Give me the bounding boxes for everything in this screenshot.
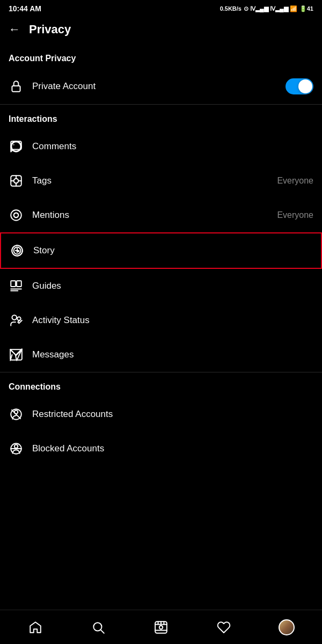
messages-icon [9, 347, 24, 362]
svg-point-32 [14, 444, 18, 448]
messages-label: Messages [32, 349, 313, 360]
network-speed: 0.5KB/s [220, 5, 241, 12]
section-connections-label: Connections [0, 372, 322, 397]
list-item-mentions[interactable]: Mentions Everyone [0, 198, 322, 232]
mention-icon [9, 208, 24, 223]
nav-home[interactable] [4, 610, 67, 644]
story-label: Story [33, 245, 312, 256]
svg-point-4 [14, 179, 19, 184]
back-button[interactable]: ← [9, 23, 20, 36]
svg-point-29 [14, 410, 18, 414]
status-time: 10:44 AM [9, 4, 41, 13]
battery: 🔋41 [299, 5, 313, 12]
restricted-icon [9, 407, 24, 422]
content-area: Account Privacy Private Account Interact… [0, 44, 322, 503]
status-right: 0.5KB/s ⊙ Ⅳ▂▄▆ Ⅳ▂▄▆ 📶 🔋41 [220, 5, 313, 12]
svg-rect-19 [17, 281, 21, 287]
svg-point-23 [17, 317, 20, 321]
mentions-label: Mentions [32, 210, 268, 221]
section-interactions-label: Interactions [0, 105, 322, 129]
svg-rect-18 [11, 281, 16, 287]
private-account-label: Private Account [32, 81, 277, 92]
svg-point-36 [159, 625, 163, 629]
nav-search[interactable] [67, 610, 130, 644]
list-item-private-account[interactable]: Private Account [0, 69, 322, 104]
signal-icons: ⊙ Ⅳ▂▄▆ Ⅳ▂▄▆ 📶 [244, 5, 297, 12]
nav-reels[interactable] [130, 610, 193, 644]
svg-rect-0 [12, 86, 20, 92]
list-item-blocked-accounts[interactable]: Blocked Accounts [0, 431, 322, 466]
activity-icon [9, 313, 24, 328]
header: ← Privacy [0, 15, 322, 44]
svg-line-34 [101, 630, 104, 633]
list-item-activity-status[interactable]: Activity Status [0, 303, 322, 338]
mentions-value: Everyone [277, 210, 313, 220]
guides-icon [9, 279, 24, 294]
toggle-knob [298, 79, 312, 93]
profile-avatar [279, 619, 295, 635]
blocked-accounts-label: Blocked Accounts [32, 443, 313, 454]
page-title: Privacy [29, 23, 71, 36]
svg-point-22 [12, 315, 17, 320]
story-icon [10, 243, 25, 258]
section-account-privacy-label: Account Privacy [0, 44, 322, 69]
guides-label: Guides [32, 281, 313, 291]
private-account-toggle[interactable] [286, 78, 313, 94]
list-item-guides[interactable]: Guides [0, 269, 322, 303]
toggle-switch[interactable] [286, 78, 313, 94]
list-item-restricted-accounts[interactable]: Restricted Accounts [0, 397, 322, 431]
home-icon [28, 620, 42, 634]
svg-marker-26 [16, 349, 22, 361]
status-bar: 10:44 AM 0.5KB/s ⊙ Ⅳ▂▄▆ Ⅳ▂▄▆ 📶 🔋41 [0, 0, 322, 15]
blocked-icon [9, 441, 24, 456]
reels-icon [154, 620, 168, 634]
list-item-tags[interactable]: Tags Everyone [0, 164, 322, 198]
list-item-messages[interactable]: Messages [0, 338, 322, 372]
search-icon [91, 620, 105, 634]
list-item-story[interactable]: Story [0, 232, 322, 269]
tags-label: Tags [32, 175, 268, 186]
tag-icon [9, 173, 24, 188]
svg-point-10 [11, 210, 21, 221]
bottom-nav [0, 610, 322, 644]
nav-likes[interactable] [192, 610, 255, 644]
comments-label: Comments [32, 141, 313, 152]
restricted-accounts-label: Restricted Accounts [32, 409, 313, 420]
lock-icon [9, 79, 24, 94]
heart-icon [217, 620, 231, 634]
tags-value: Everyone [277, 176, 313, 186]
comment-icon [9, 139, 24, 154]
nav-profile[interactable] [255, 610, 318, 644]
list-item-comments[interactable]: Comments [0, 129, 322, 164]
activity-status-label: Activity Status [32, 315, 313, 326]
